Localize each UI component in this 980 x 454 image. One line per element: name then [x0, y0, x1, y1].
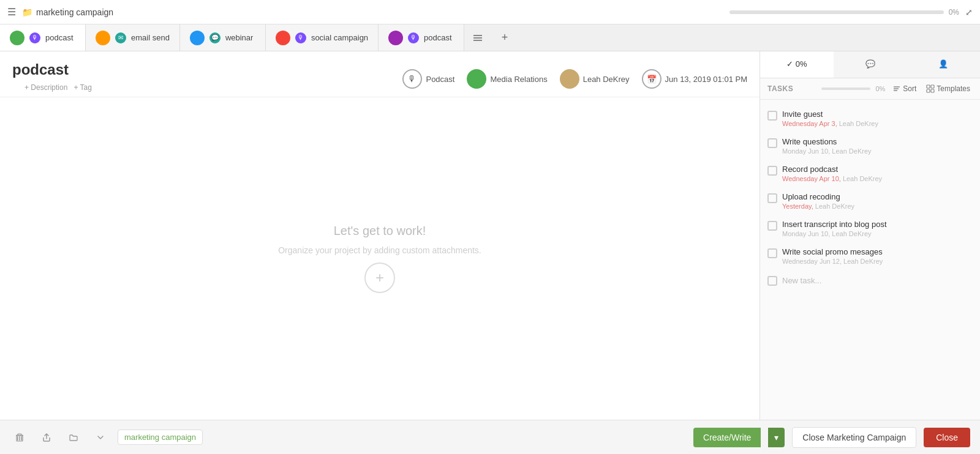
tabs-row: 🎙 podcast ✉ email send 💬 webinar 🎙 socia… [0, 24, 980, 51]
create-write-label: Create/Write [703, 433, 751, 442]
new-task-row[interactable]: New task... [760, 270, 980, 291]
tab-members[interactable]: 👤 [907, 51, 980, 78]
left-panel: podcast + Description + Tag 🎙 Podcast Me… [0, 51, 760, 420]
tasks-list: Invite guest Wednesday Apr 3, Leah DeKre… [760, 100, 980, 420]
tab-label: email send [131, 33, 170, 42]
main-area: podcast + Description + Tag 🎙 Podcast Me… [0, 51, 980, 420]
task-item[interactable]: Insert transcript into blog post Monday … [760, 215, 980, 242]
svg-rect-2 [473, 40, 482, 41]
task-checkbox[interactable] [767, 138, 777, 148]
templates-button[interactable]: Templates [924, 83, 973, 94]
tab-social-campaign[interactable]: 🎙 social campaign [266, 24, 379, 51]
task-item[interactable]: Upload recoding Yesterday, Leah DeKrey [760, 187, 980, 215]
tab-podcast-1[interactable]: 🎙 podcast [0, 24, 86, 51]
tab-tasks[interactable]: ✓ 0% [760, 51, 834, 78]
tab-comments[interactable]: 💬 [834, 51, 907, 78]
svg-rect-7 [931, 85, 934, 88]
meta-type[interactable]: 🎙 Podcast [402, 69, 454, 89]
task-checkbox[interactable] [767, 111, 777, 121]
sort-button[interactable]: Sort [890, 83, 919, 94]
empty-title: Let's get to work! [334, 224, 426, 238]
folder-icon [69, 433, 78, 442]
tab-badge-icon: ✉ [115, 32, 126, 43]
task-item[interactable]: Invite guest Wednesday Apr 3, Leah DeKre… [760, 105, 980, 132]
share-button[interactable] [37, 428, 56, 447]
add-attachment-button[interactable]: + [364, 262, 395, 293]
progress-bar-container [729, 10, 944, 14]
tasks-progress-bar [821, 87, 870, 90]
empty-desc: Organize your project by adding custom a… [278, 245, 481, 255]
tab-podcast-2[interactable]: 🎙 podcast [379, 24, 464, 51]
folder-icon: 📁 [22, 7, 32, 17]
create-write-button[interactable]: Create/Write [693, 428, 761, 447]
task-checkbox[interactable] [767, 193, 777, 203]
add-tag-button[interactable]: + Tag [74, 83, 91, 92]
task-assignee: Leah DeKrey [839, 120, 878, 127]
task-content: Write questions Monday Jun 10, Lean DeKr… [782, 137, 973, 155]
new-task-checkbox[interactable] [767, 276, 777, 286]
meta-date[interactable]: 📅 Jun 13, 2019 01:01 PM [642, 69, 747, 89]
tab-webinar[interactable]: 💬 webinar [180, 24, 266, 51]
group-avatar [467, 69, 486, 89]
breadcrumb-tag[interactable]: marketing campaign [118, 430, 203, 445]
task-due-date: Wednesday Apr 3, [782, 120, 837, 127]
task-checkbox[interactable] [767, 248, 777, 258]
task-meta: Wednesday Apr 10, Leah DeKrey [782, 175, 973, 182]
task-name: Write social promo mesages [782, 247, 973, 256]
progress-label: 0% [949, 8, 959, 17]
svg-rect-6 [927, 85, 930, 88]
meta-group[interactable]: Media Relations [467, 69, 547, 89]
task-item[interactable]: Write questions Monday Jun 10, Lean DeKr… [760, 132, 980, 160]
svg-rect-8 [927, 89, 930, 92]
tasks-toolbar: TASKS 0% Sort Templates [760, 78, 980, 100]
members-tab-icon: 👤 [938, 59, 948, 69]
tasks-tab-label: ✓ 0% [786, 59, 807, 69]
bottom-bar: marketing campaign Create/Write ▾ Close … [0, 420, 980, 454]
task-name: Upload recoding [782, 192, 973, 201]
tab-avatar [10, 31, 24, 45]
task-assignee: Leah DeKrey [843, 175, 882, 182]
tabs-more-button[interactable] [464, 24, 491, 51]
card-title: podcast [12, 61, 402, 78]
sort-label: Sort [903, 84, 916, 93]
add-description-button[interactable]: + Description [24, 83, 67, 92]
meta-assignee-label: Leah DeKrey [583, 75, 630, 84]
calendar-icon: 📅 [642, 69, 662, 89]
task-checkbox[interactable] [767, 166, 777, 176]
tab-email-send[interactable]: ✉ email send [86, 24, 180, 51]
card-tags: + Description + Tag [12, 78, 402, 97]
right-panel: ✓ 0% 💬 👤 TASKS 0% Sort Templates [760, 51, 980, 420]
add-tab-button[interactable]: + [491, 24, 518, 51]
task-meta: Monday Jun 10, Leah DeKrey [782, 230, 973, 237]
chevron-down-icon[interactable] [91, 428, 110, 447]
svg-rect-13 [21, 436, 23, 441]
task-meta: Wednesday Jun 12, Leah DeKrey [782, 258, 973, 265]
task-content: Upload recoding Yesterday, Leah DeKrey [782, 192, 973, 210]
task-meta: Monday Jun 10, Lean DeKrey [782, 147, 973, 155]
create-write-chevron[interactable]: ▾ [768, 428, 785, 447]
tasks-percent: 0% [875, 85, 885, 92]
tab-avatar [388, 31, 403, 45]
task-name: Insert transcript into blog post [782, 220, 973, 229]
close-button[interactable]: Close [924, 428, 970, 447]
task-meta: Yesterday, Leah DeKrey [782, 203, 973, 210]
expand-icon[interactable]: ⤢ [965, 7, 973, 17]
task-item[interactable]: Record podcast Wednesday Apr 10, Leah De… [760, 160, 980, 187]
task-name: Invite guest [782, 110, 973, 119]
share-icon [42, 433, 51, 442]
move-button[interactable] [64, 428, 83, 447]
menu-icon[interactable]: ☰ [7, 6, 16, 18]
tab-badge-icon: 🎙 [408, 32, 419, 43]
meta-type-label: Podcast [426, 75, 454, 84]
task-assignee: Lean DeKrey [832, 147, 871, 155]
task-due-date: Yesterday, [782, 203, 813, 210]
meta-assignee[interactable]: Leah DeKrey [560, 69, 630, 89]
task-due-date: Monday Jun 10, [782, 147, 830, 155]
tab-badge-icon: 💬 [209, 32, 221, 43]
close-campaign-button[interactable]: Close Marketing Campaign [792, 427, 916, 448]
task-name: Record podcast [782, 165, 973, 174]
task-checkbox[interactable] [767, 221, 777, 231]
task-assignee: Leah DeKrey [843, 258, 883, 265]
task-item[interactable]: Write social promo mesages Wednesday Jun… [760, 242, 980, 270]
delete-button[interactable] [10, 428, 29, 447]
